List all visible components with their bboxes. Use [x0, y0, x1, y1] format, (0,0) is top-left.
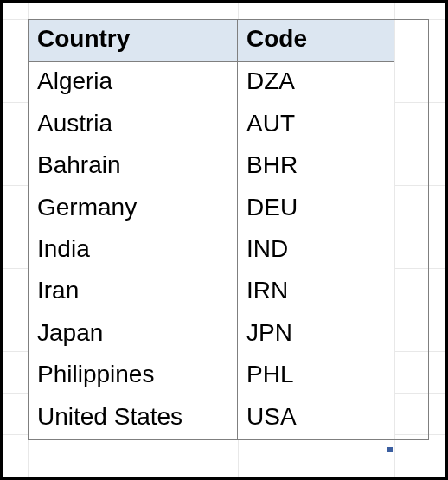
- cell-country[interactable]: India: [29, 230, 238, 272]
- cell-country[interactable]: Austria: [29, 105, 238, 146]
- header-country[interactable]: Country: [29, 20, 238, 62]
- cell-code[interactable]: JPN: [238, 314, 394, 355]
- cell-country[interactable]: Philippines: [29, 355, 238, 397]
- table-corner-marker-icon: [387, 447, 393, 452]
- cell-country[interactable]: Germany: [29, 189, 238, 230]
- cell-code[interactable]: IND: [238, 230, 394, 272]
- cell-country[interactable]: Bahrain: [29, 146, 238, 188]
- cell-country[interactable]: Iran: [29, 272, 238, 313]
- cell-code[interactable]: BHR: [238, 146, 394, 188]
- cell-country[interactable]: Algeria: [29, 62, 238, 104]
- cell-code[interactable]: PHL: [238, 355, 394, 397]
- cell-code[interactable]: DZA: [238, 62, 394, 104]
- country-code-table: Country Code Algeria DZA Austria AUT Bah…: [28, 19, 429, 440]
- spreadsheet-sheet: Country Code Algeria DZA Austria AUT Bah…: [3, 3, 445, 477]
- cell-country[interactable]: Japan: [29, 314, 238, 355]
- cell-code[interactable]: AUT: [238, 105, 394, 146]
- cell-code[interactable]: IRN: [238, 272, 394, 313]
- cell-code[interactable]: DEU: [238, 189, 394, 230]
- cell-country[interactable]: United States: [29, 398, 238, 439]
- cell-code[interactable]: USA: [238, 398, 394, 439]
- header-code[interactable]: Code: [238, 20, 394, 62]
